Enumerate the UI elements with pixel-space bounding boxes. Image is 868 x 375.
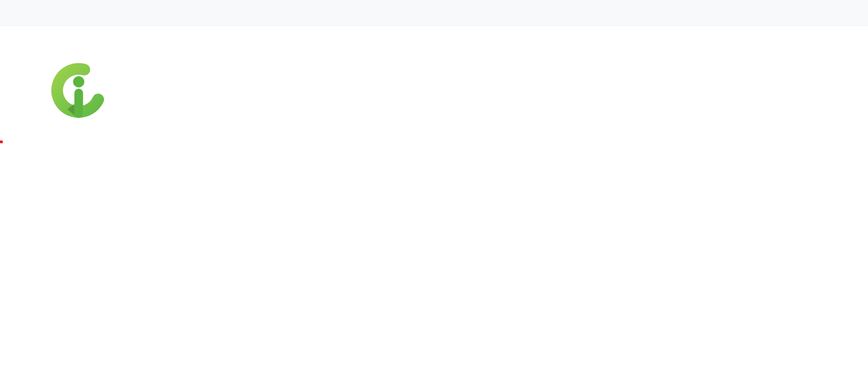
dashboard-grid [0, 26, 868, 141]
annotation-arrow [0, 141, 136, 208]
top-navbar [0, 0, 868, 26]
app-logo-icon [45, 55, 113, 127]
app-logo [15, 42, 142, 141]
annotation-highlight-box [0, 141, 3, 143]
